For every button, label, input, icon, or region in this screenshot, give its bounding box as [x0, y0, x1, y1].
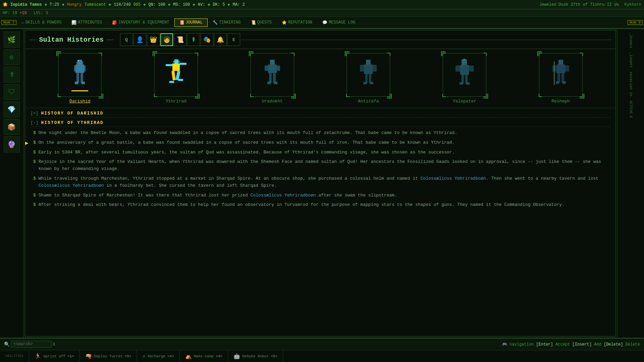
entry-text-3: Early in 5304 BR, after several tumultuo… — [39, 149, 454, 156]
rebuke-robot-label: Rebuke Robot — [242, 354, 269, 358]
delete-label: Delete — [626, 342, 640, 347]
sidebar-icon-3[interactable]: 🗡 — [4, 66, 20, 83]
character-ythrirad[interactable]: Ythrirad — [154, 53, 198, 104]
history-content-area[interactable]: [+] HISTORY OF DARISHID [-] HISTORY OF Y… — [25, 108, 615, 336]
highlight-item-1: Colossælicus Yøhriradboøn — [421, 176, 486, 181]
cat-icon-bell[interactable]: 🔔 — [214, 33, 227, 46]
sidebar-icon-4[interactable]: 🛡 — [4, 84, 20, 100]
delete-key: [Delete] — [604, 342, 623, 347]
entry-arrow-2: ▶ — [25, 139, 29, 147]
category-icons-row: Q 👤 👑 🧑 📜 ⚰ 🎭 🔔 E — [120, 33, 611, 46]
skills-icon: ⚔ — [21, 20, 24, 25]
entry-bullet-3: $ — [33, 149, 36, 156]
search-input[interactable] — [11, 341, 51, 348]
svg-rect-31 — [366, 60, 371, 64]
history-toggle-ythrirad[interactable]: [-] HISTORY OF YTHRIRAD — [31, 120, 610, 127]
char-name-resheph: Resheph — [551, 99, 570, 104]
tab-messagelog[interactable]: 💬 MESSAGE LOG — [317, 18, 360, 27]
recharge-key: <4> — [167, 354, 174, 358]
corner-info: Kykhorn — [625, 2, 641, 7]
tab-reputation[interactable]: ⭐ REPUTATION — [277, 18, 317, 27]
sidebar-icon-5[interactable]: 💎 — [4, 101, 20, 118]
tinkering-icon: 🔧 — [213, 20, 218, 25]
rebuke-robot-key: <5> — [271, 354, 277, 358]
character-yalepater[interactable]: Yalepater — [443, 53, 486, 104]
svg-rect-7 — [80, 73, 83, 83]
cat-icon-e[interactable]: E — [227, 33, 240, 46]
svg-rect-52 — [557, 73, 560, 83]
sidebar-icon-6[interactable]: 📦 — [4, 119, 20, 135]
sprite-antitafa — [353, 58, 383, 92]
svg-rect-15 — [172, 63, 180, 71]
journal-icon: 📔 — [179, 20, 184, 25]
sprint-key: <1> — [67, 354, 74, 358]
svg-rect-40 — [460, 65, 469, 75]
tab-inventory[interactable]: 🎒 INVENTORY & EQUIPMENT — [107, 18, 174, 27]
cat-icon-mask[interactable]: 🎭 — [201, 33, 213, 46]
character-frame-resheph — [539, 53, 583, 97]
deploy-turret-icon: 🔫 — [85, 353, 92, 360]
ability-sprint[interactable]: 🏃 Sprint off <1> — [29, 350, 80, 362]
quests-icon: 📜 — [251, 20, 256, 25]
cat-icon-scroll[interactable]: 📜 — [174, 33, 186, 46]
history-title-darishid: HISTORY OF DARISHID — [41, 111, 103, 116]
history-entry-1: $ One night under the Beetle Moon, a bab… — [31, 130, 610, 137]
tab-num9[interactable]: Num 9 — [628, 20, 643, 25]
tab-attributes[interactable]: 📊 ATTRIBUTES — [66, 18, 107, 27]
deploy-turret-key: <5> — [125, 354, 131, 358]
cat-icon-crown[interactable]: 👑 — [147, 33, 160, 46]
svg-rect-41 — [455, 65, 460, 72]
svg-rect-37 — [363, 82, 367, 84]
svg-rect-28 — [273, 73, 276, 83]
cat-icon-tomb[interactable]: ⚰ — [187, 33, 200, 46]
tab-tinkering[interactable]: 🔧 TINKERING — [208, 18, 246, 27]
character-resheph[interactable]: Resheph — [539, 53, 583, 104]
svg-rect-14 — [178, 61, 180, 63]
entry-bullet-6: $ — [33, 192, 36, 199]
svg-rect-45 — [460, 82, 463, 85]
svg-rect-30 — [274, 82, 277, 84]
toggle-btn-darishid[interactable]: [+] — [31, 111, 38, 116]
char-name-ythrirad: Ythrirad — [166, 99, 186, 104]
search-clear-button[interactable]: X — [53, 342, 55, 347]
tinkering-label: TINKERING — [219, 20, 241, 25]
ability-deploy-turret[interactable]: 🔫 Deploy Turret <5> — [80, 350, 137, 362]
tumescent-status: Tumescent — [84, 2, 106, 7]
cat-icon-face[interactable]: 👤 — [133, 33, 146, 46]
cat-icon-person[interactable]: 🧑 — [160, 33, 173, 46]
cat-icon-q[interactable]: Q — [120, 33, 133, 46]
history-entry-6: $ Shame to Sharqad Spire of Marcheshan! … — [31, 192, 610, 199]
character-uradokht[interactable]: Uradokht — [251, 53, 294, 104]
tab-skills[interactable]: ⚔ SKILLS & POWERS — [16, 18, 66, 27]
character-antitafa[interactable]: Antitafa — [346, 53, 390, 104]
time-stat: ◆ — [45, 2, 47, 7]
top-status-bar: 🌟 Iopidia Tamus ◆ T:25 ◆ Hungry Tumescen… — [0, 0, 644, 9]
qn-stat: QN: 100 — [148, 2, 165, 7]
ability-rebuke-robot[interactable]: 🤖 Rebuke Robot <5> — [228, 350, 283, 362]
entry-text-7: After striking a deal with bears, Ythrir… — [39, 201, 565, 209]
make-camp-icon: ⛺ — [185, 353, 192, 360]
toggle-btn-ythrirad[interactable]: [-] — [31, 120, 38, 125]
dk-stat: DK: 5 — [213, 2, 225, 7]
entry-bullet-4: $ — [33, 159, 36, 173]
inventory-icon: 🎒 — [112, 20, 117, 25]
ability-abilities-label: ABILITIES — [3, 350, 29, 362]
right-text-2: _insect — [628, 51, 634, 69]
highlight-item-2: Colossælicus Yøhriradboøn — [39, 183, 104, 188]
char-name-uradokht: Uradokht — [262, 99, 282, 104]
sidebar-icon-2[interactable]: ⚙ — [4, 49, 20, 65]
accept-label: Accept — [555, 342, 572, 347]
right-text-3: notation in — [628, 71, 634, 98]
sprite-darishid — [65, 58, 95, 92]
tab-journal[interactable]: 📔 JOURNAL — [174, 18, 208, 27]
sidebar-icon-1[interactable]: 🌿 — [4, 32, 20, 48]
tab-quests[interactable]: 📜 QUESTS — [246, 18, 277, 27]
ability-recharge[interactable]: ⚡ Recharge <4> — [137, 350, 179, 362]
ability-make-camp[interactable]: ⛺ Make Camp <4> — [180, 350, 228, 362]
tab-num7[interactable]: Num 7 — [1, 20, 16, 25]
svg-rect-9 — [82, 82, 85, 84]
character-darishid[interactable]: Darishid — [58, 53, 102, 104]
sidebar-icon-7[interactable]: 🔮 — [4, 136, 20, 152]
entry-text-4: Rejoice in the sacred Year of the Valian… — [39, 159, 610, 173]
history-toggle-darishid[interactable]: [+] HISTORY OF DARISHID — [31, 111, 610, 118]
